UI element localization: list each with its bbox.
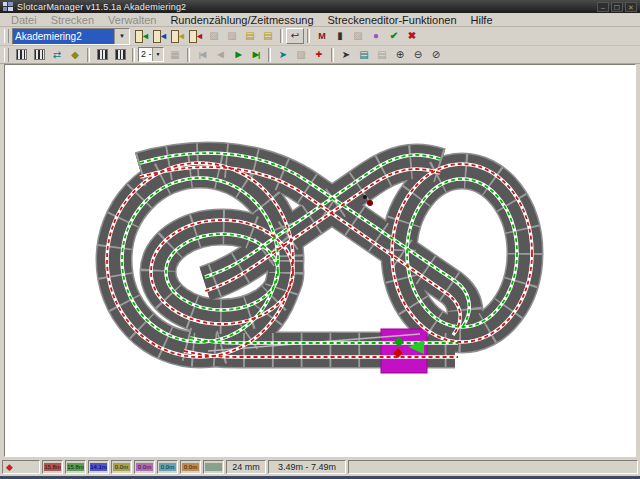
menu-rundenzaehlung[interactable]: Rundenzählung/Zeitmessung [163, 14, 320, 26]
lane-swatch-panel: 14.1m [88, 460, 109, 474]
toolbar-separator [187, 48, 190, 62]
hand-tool-button[interactable]: ▨ [349, 28, 367, 44]
copy-track-button-1[interactable]: ▤ [241, 28, 259, 44]
toolbar-grip[interactable] [4, 48, 9, 62]
sensor-dot-red[interactable] [367, 200, 373, 206]
app-icon [3, 2, 13, 11]
grid-size-value: 24 mm [232, 462, 260, 472]
print-preview-button[interactable]: ▤ [373, 47, 391, 63]
open-track-yellow-button[interactable]: ◄ [169, 28, 187, 44]
lane-count-spinner[interactable]: 2 - ▼ [138, 47, 164, 62]
lane-swatch-olive: 0.0m [113, 463, 130, 471]
track-dimensions-panel: 3.49m - 7.49m [268, 460, 346, 474]
status-ready-panel: ◆ [2, 460, 40, 474]
cancel-button[interactable]: ✖ [403, 28, 421, 44]
status-filler-panel [348, 460, 638, 474]
status-bar: ◆ 15.8m 15.8m 14.1m 0.0m 0.0m 0.0m 0.0m … [0, 457, 640, 476]
add-piece-button[interactable]: ✚ [310, 47, 328, 63]
toolbar-separator [331, 48, 334, 62]
window-title: SlotcarManager v11.5.1a Akademiering2 [17, 2, 186, 12]
application-window: SlotcarManager v11.5.1a Akademiering2 – … [0, 0, 640, 479]
disabled-edit-button[interactable]: ▨ [292, 47, 310, 63]
swap-lanes-button[interactable]: ⇄ [48, 47, 66, 63]
lane-pieces-button-1[interactable] [12, 47, 30, 63]
copy-track-button-2[interactable]: ▤ [259, 28, 277, 44]
toolbar-separator [132, 48, 135, 62]
toolbar-editor: ⇄ ◆ 2 - ▼ ▦ |◀ ◀ ▶ ▶| ➤ ▨ ✚ ➤ ▤ ▤ ⊕ ⊖ ⊘ [0, 46, 640, 64]
lane-swatch-panel: 15.8m [65, 460, 86, 474]
pointer-mode-button[interactable]: ➤ [337, 47, 355, 63]
maximize-button[interactable]: ☐ [611, 2, 623, 12]
chevron-down-icon[interactable]: ▼ [152, 48, 163, 61]
chevron-down-icon[interactable]: ▼ [114, 29, 129, 44]
zoom-fit-button[interactable]: ⊘ [427, 47, 445, 63]
lane-swatch-panel: 0.0m [111, 460, 132, 474]
lane-swatch-panel: 0.0m [180, 460, 201, 474]
lane-swatch-panel [203, 460, 224, 474]
track-pieces-icon [34, 49, 45, 60]
select-piece-button[interactable]: ➤ [274, 47, 292, 63]
track-pieces-icon [115, 49, 126, 60]
door-arrow-yellow-icon: ◄ [177, 31, 186, 41]
lane-pieces-button-2[interactable] [30, 47, 48, 63]
nav-first-button[interactable]: |◀ [193, 47, 211, 63]
menu-strecken[interactable]: Strecken [44, 14, 101, 26]
menu-verwalten[interactable]: Verwalten [101, 14, 163, 26]
ready-diamond-icon: ◆ [6, 461, 13, 473]
piece-bank-button-2[interactable] [111, 47, 129, 63]
toolbar-separator [280, 29, 283, 43]
disabled-tool-button-1[interactable]: ▨ [205, 28, 223, 44]
sphere-tool-button[interactable]: ● [367, 28, 385, 44]
menu-hilfe[interactable]: Hilfe [464, 14, 500, 26]
segment-tool-button[interactable]: ▮ [331, 28, 349, 44]
zoom-out-button[interactable]: ⊖ [409, 47, 427, 63]
lane-swatch-gray [205, 463, 222, 471]
open-track-red-button[interactable]: ◄ [187, 28, 205, 44]
grid-toggle-button[interactable]: ▦ [166, 47, 184, 63]
print-button[interactable]: ▤ [355, 47, 373, 63]
toolbar-main: Akademiering2 ▼ ◄ ◄ ◄ ◄ ▨ ▨ ▤ ▤ ↩ M ▮ ▨ … [0, 27, 640, 46]
nav-next-button[interactable]: ▶ [229, 47, 247, 63]
track-dimensions-value: 3.49m - 7.49m [278, 462, 336, 472]
undo-button[interactable]: ↩ [286, 28, 304, 44]
lane-swatch-green: 15.8m [67, 463, 84, 471]
title-bar: SlotcarManager v11.5.1a Akademiering2 – … [0, 0, 640, 13]
piece-bank-button-1[interactable] [93, 47, 111, 63]
nav-prev-button[interactable]: ◀ [211, 47, 229, 63]
open-track-blue-button[interactable]: ◄ [151, 28, 169, 44]
track-pieces-icon [16, 49, 27, 60]
apply-button[interactable]: ✔ [385, 28, 403, 44]
track-pieces-icon [97, 49, 108, 60]
track-canvas[interactable] [4, 64, 636, 457]
marker-button[interactable]: ◆ [66, 47, 84, 63]
minimize-button[interactable]: – [597, 2, 609, 12]
toolbar-separator [268, 48, 271, 62]
door-arrow-red-icon: ◄ [195, 31, 204, 41]
measure-tool-button[interactable]: M [313, 28, 331, 44]
menu-bar: Datei Strecken Verwalten Rundenzählung/Z… [0, 13, 640, 27]
grid-size-panel: 24 mm [226, 460, 266, 474]
close-button[interactable]: ✕ [625, 2, 637, 12]
lane-swatch-blue: 14.1m [90, 463, 107, 471]
sensor-dot-black[interactable] [363, 195, 367, 199]
disabled-tool-button-2[interactable]: ▨ [223, 28, 241, 44]
door-arrow-blue-icon: ◄ [159, 31, 168, 41]
lane-count-value: 2 - [139, 48, 152, 61]
lane-swatch-panel: 15.8m [42, 460, 63, 474]
door-arrow-green-icon: ◄ [141, 31, 150, 41]
track-selector-value: Akademiering2 [13, 29, 114, 44]
lane-swatch-red: 15.8m [44, 463, 61, 471]
toolbar-separator [87, 48, 90, 62]
open-track-green-button[interactable]: ◄ [133, 28, 151, 44]
lane-swatch-violet: 0.0m [136, 463, 153, 471]
menu-streckeneditor-funktionen[interactable]: Streckeneditor-Funktionen [321, 14, 464, 26]
toolbar-grip[interactable] [4, 29, 9, 43]
lane-swatch-orange: 0.0m [182, 463, 199, 471]
lane-swatch-teal: 0.0m [159, 463, 176, 471]
menu-datei[interactable]: Datei [4, 14, 44, 26]
zoom-in-button[interactable]: ⊕ [391, 47, 409, 63]
track-selector-combobox[interactable]: Akademiering2 ▼ [12, 28, 130, 45]
lane-swatch-panel: 0.0m [134, 460, 155, 474]
track-drawing [5, 65, 635, 456]
nav-last-button[interactable]: ▶| [247, 47, 265, 63]
